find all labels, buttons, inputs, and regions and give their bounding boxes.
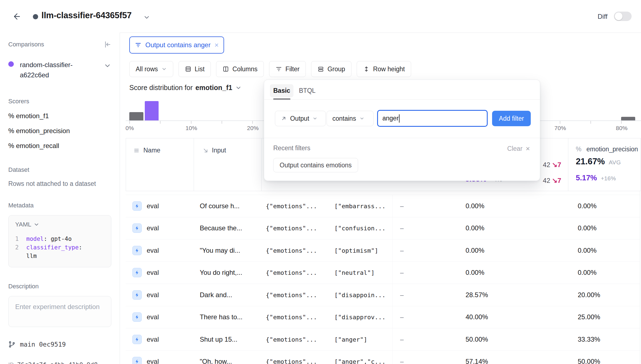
table-row[interactable]: eval Dark and... {"emotions"... ["disapp… bbox=[126, 284, 640, 306]
back-button[interactable] bbox=[10, 11, 22, 22]
scorer-emotion-f1[interactable]: % emotion_f1 bbox=[8, 112, 111, 120]
title-chevron-down-icon[interactable] bbox=[143, 14, 150, 21]
list-view-button[interactable]: List bbox=[178, 61, 211, 77]
tab-btql[interactable]: BTQL bbox=[299, 87, 316, 94]
row-emotion-f1: 28.57% bbox=[466, 291, 488, 299]
comparison-color-dot bbox=[8, 61, 14, 67]
comparison-chevron-down-icon[interactable] bbox=[104, 62, 111, 70]
row-name: eval bbox=[147, 313, 159, 321]
axis-tick bbox=[191, 121, 191, 124]
row-input: "Oh, how... bbox=[200, 358, 259, 364]
eval-bolt-icon bbox=[132, 246, 142, 255]
columns-icon bbox=[222, 66, 229, 72]
description-input[interactable]: Enter experiment description bbox=[8, 296, 111, 327]
clear-recent-filters-button[interactable]: Clear × bbox=[507, 144, 530, 153]
filter-icon bbox=[275, 66, 282, 72]
diff-toggle[interactable] bbox=[614, 12, 632, 21]
remove-filter-icon[interactable]: × bbox=[214, 41, 219, 49]
add-filter-button[interactable]: Add filter bbox=[492, 111, 531, 126]
precision-comparison: 5.17% +16% bbox=[576, 174, 616, 182]
description-heading: Description bbox=[8, 283, 111, 290]
row-input: Dark and... bbox=[200, 291, 259, 299]
row-expected: ["confusion... bbox=[334, 225, 396, 232]
axis-tick-label: 20% bbox=[247, 125, 259, 131]
row-expected: ["optimism"] bbox=[334, 247, 396, 254]
table-row[interactable]: eval There has to... {"emotions"... ["di… bbox=[126, 306, 640, 328]
column-header-input[interactable]: Input bbox=[203, 147, 226, 154]
row-emotion-precision: 20.00% bbox=[578, 291, 600, 299]
column-header-emotion-precision[interactable]: %emotion_precision bbox=[576, 146, 638, 153]
table-row[interactable]: eval "Oh, how... {"emotions"... ["anger"… bbox=[126, 350, 640, 364]
active-filter-chip[interactable]: Output contains anger × bbox=[129, 36, 224, 54]
text-caret bbox=[399, 114, 400, 123]
histogram-bar bbox=[145, 101, 159, 120]
axis-tick-label: 70% bbox=[555, 125, 566, 131]
row-output: {"emotions"... bbox=[266, 269, 327, 276]
axis-tick bbox=[129, 121, 130, 124]
sidebar: Comparisons random-classifier- a622c6ed … bbox=[0, 33, 120, 364]
metadata-heading: Metadata bbox=[8, 202, 111, 209]
metadata-code-box: YAML 1model: gpt-4o 2classifier_type: ll… bbox=[8, 215, 111, 267]
table-row[interactable]: eval You do right,... {"emotions"... ["n… bbox=[126, 262, 640, 284]
collapse-sidebar-icon[interactable] bbox=[103, 40, 111, 49]
score-distribution-label: Score distribution for emotion_f1 bbox=[129, 84, 242, 92]
comparison-experiment-name: random-classifier- a622c6ed bbox=[20, 60, 104, 80]
filter-popup: Basic BTQL Output contains anger Add fil… bbox=[264, 80, 540, 181]
experiment-id-row: ID 76c24c7f-e4bb-41b0-9d8… bbox=[8, 361, 111, 364]
table-row[interactable]: eval Of course h... {"emotions"... ["emb… bbox=[126, 195, 640, 217]
table-row[interactable]: eval "You may di... {"emotions"... ["opt… bbox=[126, 239, 640, 262]
comparison-experiment-item[interactable]: random-classifier- a622c6ed bbox=[8, 60, 111, 80]
table-row[interactable]: eval Because the... {"emotions"... ["con… bbox=[126, 217, 640, 239]
column-header-name[interactable]: Name bbox=[133, 147, 160, 154]
row-expected: ["disapprov... bbox=[334, 314, 396, 321]
row-name: eval bbox=[147, 269, 159, 276]
scorer-emotion-recall[interactable]: % emotion_recall bbox=[8, 142, 111, 150]
recent-filter-chip[interactable]: Output contains emotions bbox=[273, 158, 358, 172]
git-branch-icon bbox=[8, 341, 15, 348]
filter-button[interactable]: Filter bbox=[269, 61, 306, 77]
filter-field-select[interactable]: Output bbox=[275, 111, 326, 126]
row-height-button[interactable]: Row height bbox=[357, 61, 411, 77]
row-comments-empty: – bbox=[400, 224, 404, 232]
row-input: Of course h... bbox=[200, 202, 259, 210]
scorer-emotion-precision[interactable]: % emotion_precision bbox=[8, 127, 111, 135]
close-icon: × bbox=[526, 144, 530, 153]
tab-basic[interactable]: Basic bbox=[270, 84, 293, 97]
row-expected: ["anger","c... bbox=[334, 358, 396, 364]
row-input: There has to... bbox=[200, 313, 259, 321]
chevron-down-icon[interactable] bbox=[235, 85, 242, 91]
row-name: eval bbox=[147, 291, 159, 299]
table-row[interactable]: eval Shut up 15... {"emotions"... ["ange… bbox=[126, 328, 640, 350]
eval-bolt-icon bbox=[132, 268, 142, 277]
toggle-knob bbox=[615, 12, 622, 20]
group-button[interactable]: Group bbox=[311, 61, 351, 77]
id-value: 76c24c7f-e4bb-41b0-9d8… bbox=[17, 361, 101, 364]
arrow-up-right-icon bbox=[281, 115, 287, 122]
table-toolbar: All rows List Columns Filter Group Row h… bbox=[129, 61, 411, 77]
group-icon bbox=[317, 66, 324, 72]
row-emotion-precision: 0.00% bbox=[578, 247, 597, 254]
columns-button[interactable]: Columns bbox=[216, 61, 264, 77]
axis-tick bbox=[160, 121, 161, 124]
row-comments-empty: – bbox=[400, 313, 404, 321]
table-body: eval Of course h... {"emotions"... ["emb… bbox=[126, 191, 640, 364]
metadata-code: 1model: gpt-4o 2classifier_type: llm bbox=[15, 235, 104, 260]
code-format-select[interactable]: YAML bbox=[15, 221, 104, 228]
eval-bolt-icon bbox=[132, 335, 142, 344]
eval-bolt-icon bbox=[132, 312, 142, 322]
chevron-down-icon bbox=[161, 66, 167, 72]
row-name: eval bbox=[147, 336, 159, 343]
comparisons-heading: Comparisons bbox=[8, 41, 44, 48]
row-comments-empty: – bbox=[400, 336, 404, 343]
page-title: llm-classifier-64365f57 bbox=[41, 10, 132, 20]
row-emotion-f1: 0.00% bbox=[466, 247, 484, 254]
git-branch-row: main 0ec9519 bbox=[8, 341, 111, 348]
filter-operator-select[interactable]: contains bbox=[327, 111, 374, 126]
row-input: Because the... bbox=[200, 224, 259, 232]
all-rows-button[interactable]: All rows bbox=[129, 61, 173, 77]
filter-value-input[interactable]: anger bbox=[377, 110, 488, 127]
axis-tick bbox=[222, 121, 222, 124]
row-output: {"emotions"... bbox=[266, 247, 327, 254]
row-emotion-precision: 33.33% bbox=[578, 336, 600, 343]
row-emotion-precision: 50.00% bbox=[578, 358, 600, 364]
